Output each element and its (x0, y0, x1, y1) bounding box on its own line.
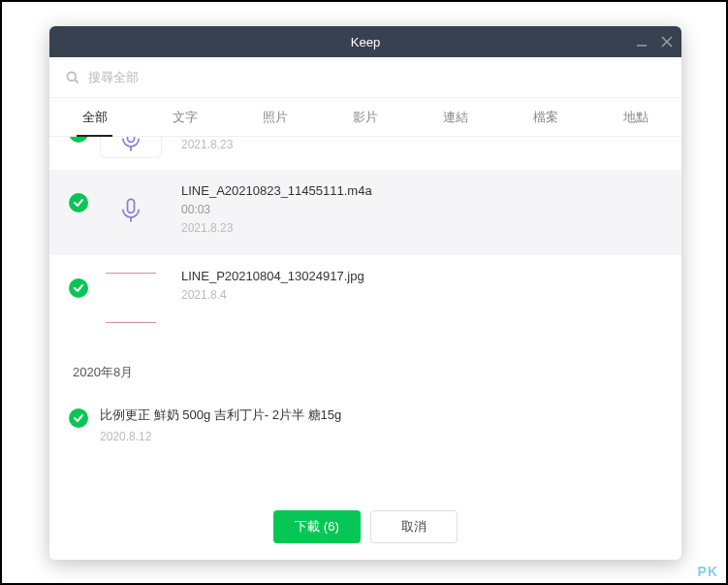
check-icon[interactable] (69, 278, 88, 298)
minimize-icon[interactable] (635, 35, 649, 49)
mic-icon (117, 197, 144, 228)
section-header: 2020年8月 (49, 341, 681, 389)
tab-all[interactable]: 全部 (49, 98, 140, 136)
window-title: Keep (351, 35, 380, 49)
tab-file[interactable]: 檔案 (501, 98, 591, 136)
list-item[interactable]: 00:04 2021.8.23 (49, 137, 681, 170)
mic-icon (117, 137, 144, 157)
search-bar (49, 57, 681, 98)
tab-video[interactable]: 影片 (320, 98, 410, 136)
titlebar: Keep (49, 26, 681, 57)
audio-thumbnail (100, 181, 162, 244)
image-thumbnail (100, 267, 162, 329)
item-duration: 00:03 (181, 203, 658, 216)
tab-photo[interactable]: 照片 (230, 98, 320, 136)
keep-window: Keep 全部 文字 照片 影片 連結 檔案 地點 (49, 26, 681, 560)
svg-line-4 (75, 80, 78, 82)
tabs: 全部 文字 照片 影片 連結 檔案 地點 (49, 98, 681, 137)
item-body: LINE_A20210823_11455111.m4a 00:03 2021.8… (181, 181, 658, 235)
svg-rect-5 (128, 137, 135, 142)
tab-link[interactable]: 連結 (411, 98, 501, 136)
check-icon[interactable] (69, 193, 88, 212)
item-body: LINE_P20210804_13024917.jpg 2021.8.4 (181, 267, 658, 302)
list-item[interactable]: LINE_A20210823_11455111.m4a 00:03 2021.8… (49, 170, 681, 255)
cancel-button[interactable]: 取消 (370, 510, 458, 543)
download-button[interactable]: 下載 (6) (273, 510, 361, 543)
item-body: 比例更正 鮮奶 500g 吉利丁片- 2片半 糖15g 2020.8.12 (100, 401, 658, 443)
audio-thumbnail (100, 137, 162, 158)
check-icon[interactable] (69, 137, 88, 143)
item-date: 2021.8.23 (181, 138, 658, 151)
item-date: 2021.8.4 (181, 288, 658, 302)
close-icon[interactable] (660, 35, 674, 49)
watermark: PK (698, 564, 718, 579)
check-icon[interactable] (69, 408, 88, 428)
window-controls (635, 35, 674, 49)
svg-rect-7 (128, 199, 135, 212)
tab-text[interactable]: 文字 (140, 98, 230, 136)
svg-point-3 (67, 72, 76, 81)
item-title: LINE_P20210804_13024917.jpg (181, 269, 658, 283)
list-item[interactable]: 比例更正 鮮奶 500g 吉利丁片- 2片半 糖15g 2020.8.12 (49, 389, 681, 455)
footer: 下載 (6) 取消 (49, 502, 681, 560)
item-date: 2021.8.23 (181, 221, 658, 235)
search-input[interactable] (88, 70, 666, 84)
item-title: LINE_A20210823_11455111.m4a (181, 183, 658, 198)
content-list[interactable]: 00:04 2021.8.23 LINE_A20210823_11455111.… (49, 137, 681, 502)
list-item[interactable]: LINE_P20210804_13024917.jpg 2021.8.4 (49, 255, 681, 341)
item-body: 00:04 2021.8.23 (181, 137, 658, 151)
tab-location[interactable]: 地點 (591, 98, 681, 136)
search-icon (65, 70, 80, 85)
item-title: 比例更正 鮮奶 500g 吉利丁片- 2片半 糖15g (100, 406, 658, 424)
item-date: 2020.8.12 (100, 430, 658, 443)
